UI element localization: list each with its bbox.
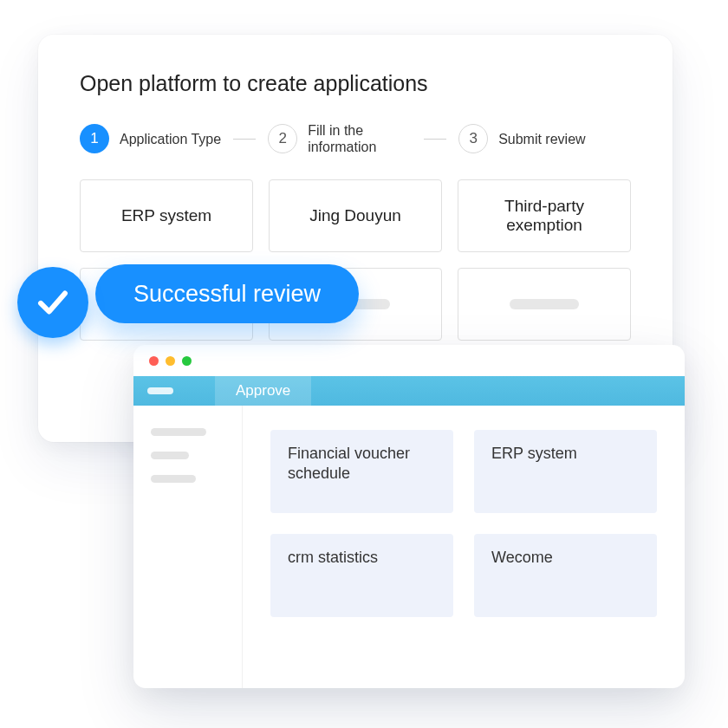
step-separator — [424, 139, 446, 140]
step-3-label: Submit review — [498, 131, 585, 147]
tile-jing-douyun[interactable]: Jing Douyun — [269, 179, 442, 252]
step-1[interactable]: 1 Application Type — [80, 124, 221, 153]
step-3[interactable]: 3 Submit review — [458, 124, 585, 153]
card-wecome[interactable]: Wecome — [474, 534, 657, 617]
sidebar-item[interactable] — [151, 452, 189, 459]
close-icon[interactable] — [149, 356, 159, 366]
approve-window: Approve Financial voucher schedule ERP s… — [133, 345, 685, 688]
toolbar-indicator — [147, 387, 173, 394]
maximize-icon[interactable] — [182, 356, 192, 366]
sidebar-item[interactable] — [151, 428, 206, 436]
step-3-number: 3 — [458, 124, 488, 153]
status-pill-label: Successful review — [133, 281, 321, 308]
sidebar — [133, 406, 243, 688]
step-2-label: Fill in the information — [308, 122, 412, 155]
step-2-number: 2 — [268, 124, 297, 153]
tile-third-party[interactable]: Third-party exemption — [458, 179, 631, 252]
status-pill: Successful review — [95, 264, 359, 323]
tab-approve-label: Approve — [236, 382, 290, 400]
minimize-icon[interactable] — [166, 356, 175, 366]
wizard-steps: 1 Application Type 2 Fill in the informa… — [80, 122, 631, 155]
tile-erp[interactable]: ERP system — [80, 179, 253, 252]
card-crm-statistics[interactable]: crm statistics — [270, 534, 453, 617]
check-icon — [17, 267, 88, 338]
page-title: Open platform to create applications — [80, 71, 631, 96]
card-erp-system[interactable]: ERP system — [474, 430, 657, 513]
window-toolbar: Approve — [133, 376, 685, 406]
sidebar-item[interactable] — [151, 475, 196, 483]
card-financial-voucher[interactable]: Financial voucher schedule — [270, 430, 453, 513]
tab-approve[interactable]: Approve — [215, 376, 311, 406]
content-area: Financial voucher schedule ERP system cr… — [243, 406, 685, 688]
tile-placeholder[interactable] — [458, 268, 631, 341]
window-chrome — [133, 345, 685, 376]
step-1-number: 1 — [80, 124, 109, 153]
step-separator — [233, 139, 256, 140]
step-2[interactable]: 2 Fill in the information — [268, 122, 412, 155]
step-1-label: Application Type — [120, 131, 221, 147]
